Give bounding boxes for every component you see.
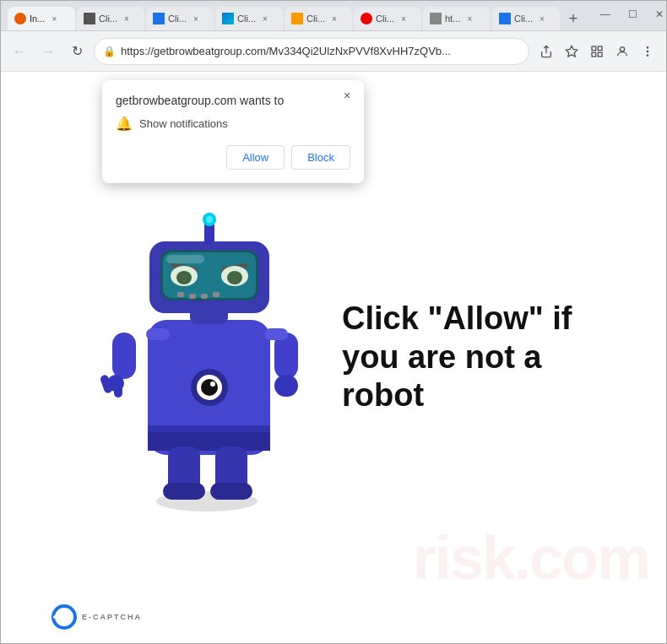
tab-bar: In... × Cli... × Cli... × Cli... × — [8, 1, 585, 30]
illustration-area: Click "Allow" if you are not a robot — [72, 181, 595, 535]
tab-favicon — [14, 13, 26, 24]
tab-8-favicon — [499, 13, 511, 24]
tab-7[interactable]: ht... × — [423, 7, 491, 30]
new-tab-button[interactable]: + — [561, 7, 585, 30]
tab-4-close[interactable]: × — [259, 13, 271, 24]
lock-icon: 🔒 — [103, 46, 116, 57]
maximize-button[interactable]: ☐ — [622, 4, 643, 24]
tab-5[interactable]: Cli... × — [285, 7, 352, 30]
page-content: × getbrowbeatgroup.com wants to 🔔 Show n… — [1, 72, 666, 643]
tab-7-label: ht... — [445, 14, 460, 24]
tab-7-close[interactable]: × — [464, 13, 475, 24]
extension-button[interactable] — [585, 40, 609, 63]
address-bar[interactable]: 🔒 https://getbrowbeatgroup.com/Mv334Qi2U… — [94, 38, 529, 65]
tab-4-favicon — [222, 13, 234, 24]
svg-rect-36 — [201, 294, 208, 299]
tab-close-button[interactable]: × — [48, 13, 60, 24]
cta-text: Click "Allow" if you are not a robot — [342, 300, 578, 415]
tab-8[interactable]: Cli... × — [492, 7, 560, 30]
tab-5-close[interactable]: × — [328, 13, 340, 24]
notification-popup: × getbrowbeatgroup.com wants to 🔔 Show n… — [102, 80, 364, 183]
svg-point-5 — [620, 46, 624, 51]
tab-5-label: Cli... — [306, 14, 325, 24]
svg-rect-4 — [592, 52, 596, 57]
share-button[interactable] — [534, 40, 558, 63]
svg-rect-10 — [112, 333, 136, 379]
svg-rect-3 — [598, 52, 602, 57]
popup-close-button[interactable]: × — [339, 87, 355, 104]
svg-point-7 — [647, 51, 648, 51]
url-text: https://getbrowbeatgroup.com/Mv334Qi2Ulz… — [121, 45, 520, 57]
tab-8-close[interactable]: × — [536, 13, 548, 24]
minimize-button[interactable]: — — [595, 4, 615, 24]
tab-5-favicon — [291, 13, 303, 24]
ecaptcha-label: E-CAPTCHA — [82, 613, 142, 621]
svg-point-6 — [647, 46, 648, 47]
tab-6-favicon — [361, 13, 372, 24]
tab-3-close[interactable]: × — [190, 13, 202, 24]
svg-rect-18 — [148, 425, 270, 432]
back-button[interactable]: ← — [8, 40, 31, 63]
svg-rect-44 — [210, 483, 252, 500]
robot-illustration — [89, 198, 325, 518]
reload-button[interactable]: ↻ — [65, 40, 89, 63]
svg-marker-0 — [566, 46, 577, 57]
svg-rect-48 — [53, 615, 64, 619]
toolbar-actions — [534, 40, 659, 63]
svg-point-21 — [201, 379, 218, 396]
profile-button[interactable] — [610, 40, 634, 63]
menu-button[interactable] — [636, 40, 659, 63]
svg-rect-45 — [146, 328, 170, 340]
svg-point-8 — [647, 55, 648, 56]
svg-rect-37 — [213, 292, 220, 297]
tab-4[interactable]: Cli... × — [215, 7, 283, 30]
block-button[interactable]: Block — [291, 145, 350, 170]
popup-title: getbrowbeatgroup.com wants to — [116, 94, 350, 107]
svg-rect-35 — [189, 294, 196, 299]
ecaptcha-logo: E-CAPTCHA — [52, 604, 142, 630]
svg-point-40 — [206, 216, 213, 223]
svg-rect-46 — [264, 328, 288, 340]
tab-3[interactable]: Cli... × — [146, 7, 214, 30]
svg-rect-15 — [274, 375, 298, 397]
svg-rect-2 — [598, 46, 602, 51]
allow-button[interactable]: Allow — [226, 145, 285, 170]
svg-rect-13 — [114, 379, 122, 398]
svg-rect-1 — [592, 46, 596, 51]
tab-7-favicon — [430, 13, 442, 24]
title-bar: In... × Cli... × Cli... × Cli... × — [1, 1, 666, 31]
tab-3-label: Cli... — [168, 14, 187, 24]
forward-button[interactable]: → — [36, 40, 60, 63]
toolbar: ← → ↻ 🔒 https://getbrowbeatgroup.com/Mv3… — [1, 31, 666, 72]
svg-point-33 — [227, 271, 242, 284]
tab-2-favicon — [84, 13, 95, 24]
svg-rect-27 — [166, 255, 204, 263]
tab-2-label: Cli... — [99, 14, 117, 24]
tab-8-label: Cli... — [514, 14, 533, 24]
permission-label: Show notifications — [139, 117, 228, 130]
tab-6[interactable]: Cli... × — [354, 7, 421, 30]
svg-point-32 — [176, 271, 192, 284]
tab-6-close[interactable]: × — [398, 13, 409, 24]
bookmark-button[interactable] — [560, 40, 583, 63]
tab-3-favicon — [153, 13, 165, 24]
popup-permission-row: 🔔 Show notifications — [116, 116, 350, 132]
close-button[interactable]: ✕ — [649, 4, 667, 24]
tab-2[interactable]: Cli... × — [77, 7, 144, 30]
tab-4-label: Cli... — [237, 14, 256, 24]
tab-label: In... — [30, 14, 45, 24]
svg-point-22 — [210, 382, 215, 387]
popup-buttons: Allow Block — [116, 145, 350, 170]
window-controls: — ☐ ✕ — [588, 4, 667, 24]
svg-rect-43 — [163, 483, 205, 500]
browser-window: In... × Cli... × Cli... × Cli... × — [0, 0, 667, 644]
tab-2-close[interactable]: × — [121, 13, 133, 24]
bell-icon: 🔔 — [116, 116, 133, 132]
tab-active[interactable]: In... × — [8, 7, 75, 30]
svg-rect-34 — [177, 292, 184, 297]
tab-6-label: Cli... — [376, 14, 394, 24]
